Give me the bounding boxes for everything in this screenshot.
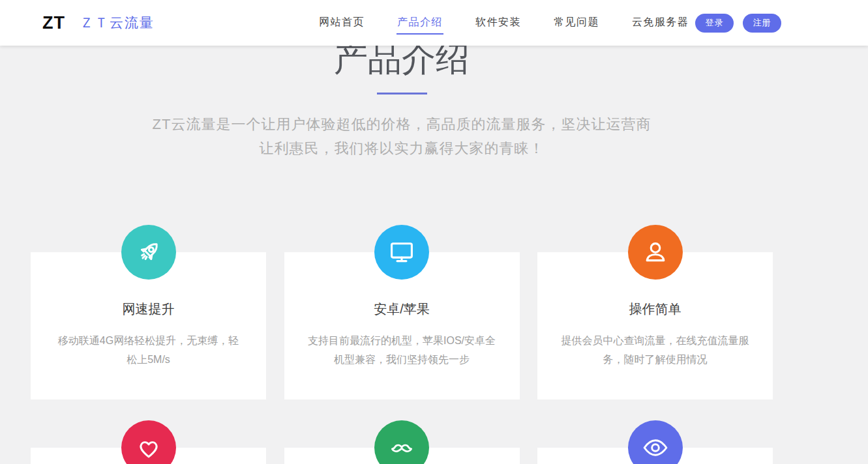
- feature-icon-circle: [121, 225, 176, 280]
- nav-link-4[interactable]: 云免服务器: [631, 12, 690, 35]
- rocket-icon: [134, 238, 163, 267]
- brand[interactable]: ZT ＺＴ云流量: [42, 0, 155, 46]
- title-divider: [377, 93, 427, 94]
- nav-actions: 登录 注册: [695, 0, 781, 46]
- feature-icon-circle: [374, 420, 429, 464]
- nav-link-0[interactable]: 网站首页: [318, 12, 365, 35]
- feature-icon-circle: [628, 420, 683, 464]
- feature-card: 操作简单提供会员中心查询流量，在线充值流量服务，随时了解使用情况: [537, 252, 773, 399]
- feature-card: 网速提升移动联通4G网络轻松提升，无束缚，轻松上5M/s: [31, 252, 266, 399]
- features-row-2: [31, 448, 773, 464]
- brand-name: ＺＴ云流量: [80, 14, 155, 32]
- nav-link-2[interactable]: 软件安装: [475, 12, 522, 35]
- monitor-icon: [387, 238, 416, 267]
- feature-card: [537, 448, 773, 464]
- feature-icon-circle: [121, 420, 176, 464]
- navbar: ZT ＺＴ云流量 网站首页产品介绍软件安装常见问题云免服务器 登录 注册: [0, 0, 868, 46]
- feature-card: [31, 448, 266, 464]
- features-row-1: 网速提升移动联通4G网络轻松提升，无束缚，轻松上5M/s安卓/苹果支持目前最流行…: [31, 252, 773, 399]
- feature-description: 提供会员中心查询流量，在线充值流量服务，随时了解使用情况: [561, 331, 749, 369]
- eye-icon: [641, 433, 670, 462]
- feature-description: 移动联通4G网络轻松提升，无束缚，轻松上5M/s: [54, 331, 243, 369]
- nav-link-1[interactable]: 产品介绍: [397, 12, 443, 35]
- heart-icon: [134, 433, 163, 462]
- login-button[interactable]: 登录: [695, 14, 734, 33]
- register-button[interactable]: 注册: [743, 14, 781, 33]
- nav-link-3[interactable]: 常见问题: [553, 12, 600, 35]
- user-icon: [641, 238, 670, 267]
- feature-card: 安卓/苹果支持目前最流行的机型，苹果IOS/安卓全机型兼容，我们坚持领先一步: [284, 252, 520, 399]
- mustache-icon: [387, 433, 416, 462]
- feature-description: 支持目前最流行的机型，苹果IOS/安卓全机型兼容，我们坚持领先一步: [308, 331, 496, 369]
- feature-icon-circle: [628, 225, 683, 280]
- feature-card: [284, 448, 520, 464]
- feature-icon-circle: [374, 225, 429, 280]
- nav-links: 网站首页产品介绍软件安装常见问题云免服务器: [318, 0, 690, 46]
- hero-description: ZT云流量是一个让用户体验超低的价格，高品质的流量服务，坚决让运营商让利惠民，我…: [147, 112, 656, 160]
- page: 产品介绍 ZT云流量是一个让用户体验超低的价格，高品质的流量服务，坚决让运营商让…: [0, 0, 868, 464]
- brand-logo: ZT: [42, 13, 65, 33]
